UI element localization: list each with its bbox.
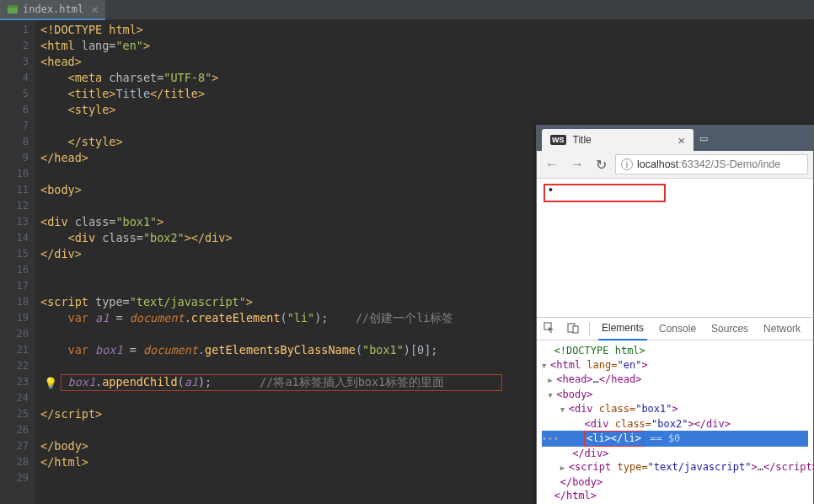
separator [589,322,590,335]
back-icon[interactable]: ← [542,157,562,172]
devtools-panel: Elements Console Sources Network <!DOCTY… [537,317,813,504]
device-icon[interactable] [565,322,581,336]
browser-window: WS Title × ▭ ← → ↻ i localhost:63342/JS-… [536,125,814,504]
browser-tab[interactable]: WS Title × [542,129,694,151]
tab-elements[interactable]: Elements [598,318,647,340]
file-tab-index[interactable]: index.html × [0,0,105,20]
editor-tabbar: index.html × [0,0,814,20]
highlighted-box-element [544,184,666,202]
tab-sources[interactable]: Sources [708,318,752,340]
breadcrumb-dots: ••• [542,434,560,443]
dom-tree[interactable]: <!DOCTYPE html> <html lang="en"> <head>…… [537,340,813,504]
expand-icon[interactable] [542,358,550,373]
ws-favicon-icon: WS [550,135,566,145]
tab-network[interactable]: Network [760,318,804,340]
lightbulb-icon[interactable]: 💡 [44,375,57,391]
expand-icon[interactable] [548,388,556,403]
html-file-icon [7,3,19,15]
tab-label: index.html [23,3,83,15]
close-icon[interactable]: × [677,133,685,147]
expand-icon[interactable] [560,460,569,475]
browser-toolbar: ← → ↻ i localhost:63342/JS-Demo/inde [537,151,813,179]
info-icon[interactable]: i [621,158,633,170]
code-text: <!DOCTYPE html> [40,23,143,36]
expand-icon[interactable] [560,402,569,417]
browser-tabstrip: WS Title × ▭ [537,126,813,151]
inspect-icon[interactable] [542,322,557,336]
reload-icon[interactable]: ↻ [592,157,610,173]
svg-rect-1 [8,5,18,8]
new-tab-icon[interactable]: ▭ [694,131,714,145]
browser-tab-title: Title [573,134,592,146]
close-icon[interactable]: × [91,3,98,15]
selected-dom-node[interactable]: ••• <li></li> == $0 [542,431,808,447]
line-gutter: 1234567891011121314151617181920212223242… [0,20,35,504]
svg-rect-4 [573,326,578,333]
devtools-tabs: Elements Console Sources Network [537,318,813,340]
forward-icon: → [567,157,587,172]
highlight-box [61,374,502,391]
browser-viewport [537,179,813,317]
tab-console[interactable]: Console [656,318,699,340]
address-bar[interactable]: i localhost:63342/JS-Demo/inde [615,154,808,174]
expand-icon[interactable] [548,373,556,388]
